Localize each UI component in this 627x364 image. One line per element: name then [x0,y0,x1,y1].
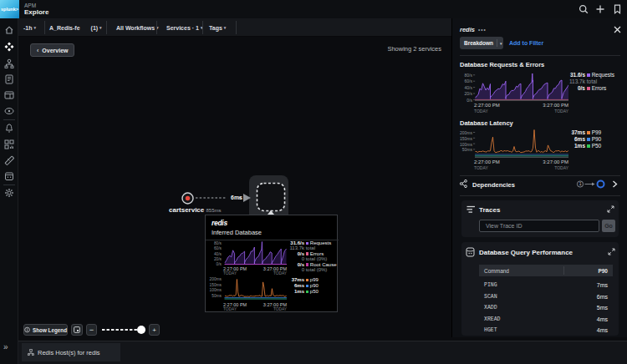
svg-text:1: 1 [579,182,582,186]
